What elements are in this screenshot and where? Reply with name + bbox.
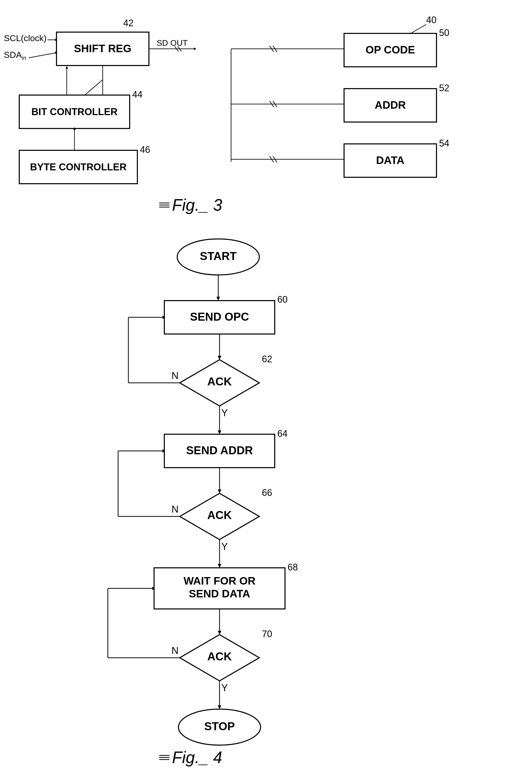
scl-label: SCL(clock) [4,33,47,43]
send-opc-label: SEND OPC [190,310,249,323]
svg-line-11 [85,80,103,95]
data-label: DATA [376,154,405,166]
y2-label: Y [221,541,228,552]
op-code-label: OP CODE [366,44,415,56]
sda-subscript: in [22,55,26,61]
start-label: START [200,250,237,262]
ref-42: 42 [123,18,134,28]
bit-controller-label: BIT CONTROLLER [31,106,117,117]
svg-line-4 [29,53,57,58]
ref-50: 50 [439,27,449,38]
ack1-label: ACK [207,375,232,388]
figure-3: 40 42 SCL(clock) SDA in SHIFT REG SD OUT [0,8,532,229]
n2-label: N [172,504,178,515]
wait-for-label: WAIT FOR OR [184,575,256,587]
ref-52: 52 [439,83,449,93]
page: 40 42 SCL(clock) SDA in SHIFT REG SD OUT [0,0,532,778]
shift-reg-label: SHIFT REG [74,43,131,55]
ref-54: 54 [439,138,449,149]
ref-44: 44 [132,89,143,100]
ack2-label: ACK [207,509,232,521]
ref-64: 64 [277,428,287,439]
sda-label: SDA [4,50,22,60]
svg-line-0 [411,24,426,33]
y1-label: Y [221,407,228,418]
fig4-caption: Fig._ 4 [172,748,223,767]
ack3-label: ACK [207,650,232,663]
ref-70: 70 [262,629,272,639]
send-data-label: SEND DATA [189,588,250,600]
ref-68: 68 [287,562,298,572]
svg-marker-55 [218,705,221,709]
ref-62: 62 [262,354,272,364]
svg-marker-7 [194,48,196,50]
ref-60: 60 [277,294,287,305]
figure-4: START SEND OPC 60 ACK 62 N Y SEND ADDR 6… [0,231,532,771]
stop-label: STOP [204,720,235,732]
sd-out-label: SD OUT [157,38,188,48]
ref-46: 46 [140,144,150,155]
byte-controller-label: BYTE CONTROLLER [30,162,126,172]
addr-label: ADDR [375,99,406,111]
svg-marker-47 [218,564,221,568]
y3-label: Y [221,682,228,693]
ref-40: 40 [426,15,437,25]
n3-label: N [172,645,178,656]
svg-marker-14 [66,66,68,69]
fig3-caption: Fig._ 3 [172,196,223,214]
send-addr-label: SEND ADDR [186,444,253,457]
ref-66: 66 [262,487,272,498]
svg-marker-39 [218,431,221,434]
n1-label: N [172,370,178,381]
svg-marker-31 [216,297,220,301]
